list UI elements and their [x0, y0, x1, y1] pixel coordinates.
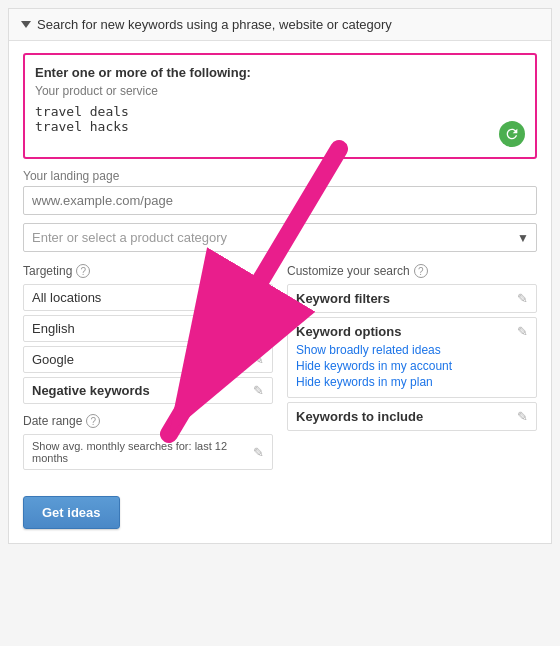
- product-service-box: Enter one or more of the following: Your…: [23, 53, 537, 159]
- edit-icon-keyword-options: ✎: [517, 324, 528, 339]
- edit-icon-google: ✎: [253, 352, 264, 367]
- edit-icon-language: ✎: [253, 321, 264, 336]
- keyword-options-title: Keyword options: [296, 324, 401, 339]
- customize-help-icon[interactable]: ?: [414, 264, 428, 278]
- date-range-section: Date range ? Show avg. monthly searches …: [23, 414, 273, 470]
- edit-icon-negative: ✎: [253, 383, 264, 398]
- right-column: Customize your search ? Keyword filters …: [287, 264, 537, 474]
- landing-label: Your landing page: [23, 169, 537, 183]
- bottom-bar: Get ideas: [9, 486, 551, 543]
- hide-account-link[interactable]: Hide keywords in my account: [296, 359, 528, 373]
- customize-title: Customize your search ?: [287, 264, 537, 278]
- targeting-help-icon[interactable]: ?: [76, 264, 90, 278]
- date-range-value: Show avg. monthly searches for: last 12 …: [32, 440, 253, 464]
- hide-plan-link[interactable]: Hide keywords in my plan: [296, 375, 528, 389]
- keyword-filters-item: Keyword filters ✎: [287, 284, 537, 313]
- keywords-include-header[interactable]: Keywords to include ✎: [296, 409, 528, 424]
- keywords-include-title: Keywords to include: [296, 409, 423, 424]
- targeting-language-text: English: [32, 321, 75, 336]
- keyword-options-links: Show broadly related ideas Hide keywords…: [296, 343, 528, 389]
- date-range-help-icon[interactable]: ?: [86, 414, 100, 428]
- section-header[interactable]: Search for new keywords using a phrase, …: [9, 9, 551, 41]
- targeting-locations-text: All locations: [32, 290, 101, 305]
- edit-icon-date: ✎: [253, 445, 264, 460]
- targeting-item-negative[interactable]: Negative keywords ✎: [23, 377, 273, 404]
- targeting-item-locations[interactable]: All locations ✎: [23, 284, 273, 311]
- targeting-item-google[interactable]: Google ✎: [23, 346, 273, 373]
- targeting-title: Targeting ?: [23, 264, 273, 278]
- date-range-item[interactable]: Show avg. monthly searches for: last 12 …: [23, 434, 273, 470]
- refresh-button[interactable]: [499, 121, 525, 147]
- targeting-item-language[interactable]: English ✎: [23, 315, 273, 342]
- landing-page-input[interactable]: [23, 186, 537, 215]
- product-box-title: Enter one or more of the following:: [35, 65, 525, 80]
- keyword-filters-title: Keyword filters: [296, 291, 390, 306]
- section-title: Search for new keywords using a phrase, …: [37, 17, 392, 32]
- date-range-title: Date range ?: [23, 414, 273, 428]
- category-select-wrapper[interactable]: Enter or select a product category ▼: [23, 223, 537, 252]
- keyword-options-item: Keyword options ✎ Show broadly related i…: [287, 317, 537, 398]
- targeting-negative-text: Negative keywords: [32, 383, 150, 398]
- broadly-related-link[interactable]: Show broadly related ideas: [296, 343, 528, 357]
- edit-icon-keywords-include: ✎: [517, 409, 528, 424]
- edit-icon-locations: ✎: [253, 290, 264, 305]
- service-label: Your product or service: [35, 84, 525, 98]
- left-column: Targeting ? All locations ✎ English ✎ Go…: [23, 264, 273, 474]
- edit-icon-keyword-filters: ✎: [517, 291, 528, 306]
- product-service-textarea[interactable]: travel deals travel hacks: [35, 104, 525, 144]
- keywords-include-item: Keywords to include ✎: [287, 402, 537, 431]
- keyword-options-header[interactable]: Keyword options ✎: [296, 324, 528, 339]
- get-ideas-button[interactable]: Get ideas: [23, 496, 120, 529]
- category-select[interactable]: Enter or select a product category: [23, 223, 537, 252]
- collapse-icon[interactable]: [21, 21, 31, 28]
- keyword-filters-header[interactable]: Keyword filters ✎: [296, 291, 528, 306]
- targeting-google-text: Google: [32, 352, 74, 367]
